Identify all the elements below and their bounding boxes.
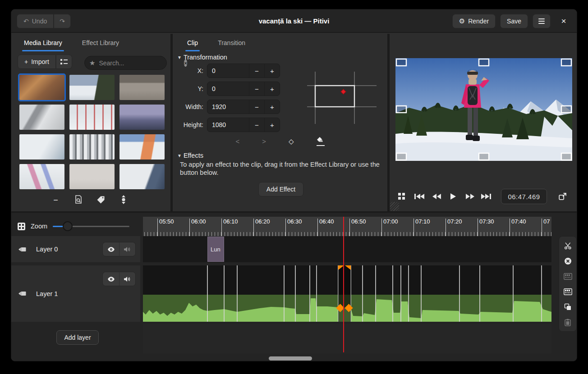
media-clip-thumbnail[interactable] <box>19 105 64 130</box>
close-window-button[interactable]: × <box>555 16 572 26</box>
zoom-fit-icon[interactable] <box>18 223 25 230</box>
clip-boundary[interactable] <box>421 265 422 322</box>
media-clip-thumbnail[interactable] <box>69 134 115 160</box>
tab-media-library[interactable]: Media Library <box>22 34 64 53</box>
transform-position-diagram[interactable] <box>303 69 380 127</box>
paste-clips-button[interactable] <box>560 315 575 329</box>
play-button[interactable] <box>448 189 459 204</box>
tab-effect-library[interactable]: Effect Library <box>80 34 121 53</box>
layer0-mute-toggle[interactable] <box>119 242 135 256</box>
clip-boundary[interactable] <box>375 265 376 322</box>
clip-boundary[interactable] <box>316 265 317 322</box>
save-button[interactable]: Save <box>500 14 528 28</box>
timeline-clip-layer0[interactable]: Lun <box>207 237 224 262</box>
clip-boundary[interactable] <box>513 265 514 322</box>
clip-boundary[interactable] <box>459 265 460 322</box>
remove-clip-button[interactable]: − <box>51 196 61 205</box>
media-clip-thumbnail[interactable] <box>119 134 165 160</box>
clip-boundary[interactable] <box>207 265 208 322</box>
media-clip-thumbnail-selected[interactable] <box>19 75 64 100</box>
x-increment-button[interactable]: + <box>264 64 280 78</box>
clip-boundary[interactable] <box>392 265 393 322</box>
add-effect-button[interactable]: Add Effect <box>258 182 303 196</box>
redo-button[interactable]: ↷ <box>54 14 71 28</box>
clip-boundary[interactable] <box>541 265 542 322</box>
search-input[interactable] <box>99 59 180 67</box>
height-increment-button[interactable]: + <box>264 118 280 132</box>
viewer-timecode[interactable]: 06:47.469 <box>501 189 547 204</box>
clip-boundary[interactable] <box>284 265 285 322</box>
y-increment-button[interactable]: + <box>264 82 280 96</box>
clip-boundary[interactable] <box>224 265 225 322</box>
y-input[interactable] <box>207 82 249 96</box>
zoom-slider[interactable] <box>53 221 129 232</box>
ungroup-clips-button[interactable] <box>560 284 575 299</box>
media-clip-thumbnail[interactable] <box>69 75 115 100</box>
selected-timeline-clip[interactable] <box>338 265 351 322</box>
height-input[interactable] <box>207 118 249 132</box>
tab-clip[interactable]: Clip <box>185 34 200 53</box>
hamburger-menu-button[interactable] <box>533 14 551 28</box>
clip-boundary[interactable] <box>408 265 409 322</box>
tab-transition[interactable]: Transition <box>216 34 247 53</box>
trim-handle-right[interactable] <box>345 265 351 270</box>
viewer-resize-grip[interactable] <box>390 202 399 211</box>
import-button[interactable]: + Import <box>18 55 56 69</box>
layer0-visibility-toggle[interactable] <box>103 242 119 256</box>
media-clip-thumbnail[interactable] <box>119 105 165 130</box>
clip-properties-button[interactable] <box>74 195 83 205</box>
clip-boundary[interactable] <box>295 265 296 322</box>
tag-button[interactable] <box>96 196 106 205</box>
effects-expander[interactable]: ▼ Effects <box>177 152 203 159</box>
media-clip-thumbnail[interactable] <box>69 105 115 130</box>
video-preview[interactable] <box>395 58 572 161</box>
media-clip-thumbnail[interactable] <box>119 164 165 189</box>
width-input[interactable] <box>207 100 249 114</box>
media-clip-thumbnail[interactable] <box>119 75 165 100</box>
render-button[interactable]: ⚙ Render <box>452 14 496 28</box>
insert-at-end-button[interactable] <box>119 195 129 205</box>
split-clip-button[interactable] <box>560 238 575 253</box>
add-keyframe-button[interactable]: ◇ <box>289 137 294 146</box>
clip-boundary[interactable] <box>479 265 480 322</box>
list-view-toggle-button[interactable] <box>56 55 72 69</box>
x-decrement-button[interactable]: − <box>249 64 264 78</box>
seek-backward-button[interactable] <box>431 189 442 204</box>
go-to-end-button[interactable] <box>480 189 492 204</box>
clip-boundary[interactable] <box>237 265 238 322</box>
next-keyframe-button[interactable]: > <box>262 137 266 145</box>
clip-boundary[interactable] <box>362 265 363 322</box>
media-clip-thumbnail[interactable] <box>19 134 64 160</box>
layer0-name[interactable]: Layer 0 <box>36 246 102 253</box>
height-decrement-button[interactable]: − <box>249 118 264 132</box>
horizontal-scrollbar[interactable] <box>269 356 312 360</box>
layer1-visibility-toggle[interactable] <box>103 272 119 286</box>
panel-divider[interactable] <box>387 34 390 211</box>
undock-viewer-button[interactable] <box>557 189 568 204</box>
y-decrement-button[interactable]: − <box>249 82 264 96</box>
zoom-slider-handle[interactable] <box>63 221 73 231</box>
layer1-mute-toggle[interactable] <box>119 272 135 286</box>
layer0-track[interactable]: Lun <box>143 236 551 262</box>
width-increment-button[interactable]: + <box>264 100 280 114</box>
timeline-empty-area[interactable] <box>143 324 551 354</box>
media-search-field[interactable]: ★ × <box>84 56 167 70</box>
transformation-expander[interactable]: ▼ Transformation <box>177 54 227 61</box>
width-decrement-button[interactable]: − <box>249 100 264 114</box>
playhead[interactable] <box>343 217 344 352</box>
add-layer-button[interactable]: Add layer <box>56 330 99 345</box>
media-clip-thumbnail[interactable] <box>19 164 64 189</box>
undo-button[interactable]: ↶ Undo <box>17 14 54 28</box>
delete-clip-button[interactable] <box>560 254 575 268</box>
group-clips-button[interactable] <box>560 269 575 283</box>
seek-forward-button[interactable] <box>464 189 476 204</box>
x-input[interactable] <box>207 64 249 78</box>
clip-boundary[interactable] <box>309 265 310 322</box>
copy-clips-button[interactable] <box>560 300 575 314</box>
layer1-track[interactable] <box>143 265 551 322</box>
clip-boundary[interactable] <box>400 265 401 322</box>
timeline-ruler[interactable]: 05:5006:0006:1006:2006:3006:4006:5007:00… <box>143 217 551 237</box>
previous-keyframe-button[interactable]: < <box>235 137 239 145</box>
media-clip-thumbnail[interactable] <box>69 164 115 189</box>
reset-keyframes-button[interactable] <box>317 137 325 146</box>
